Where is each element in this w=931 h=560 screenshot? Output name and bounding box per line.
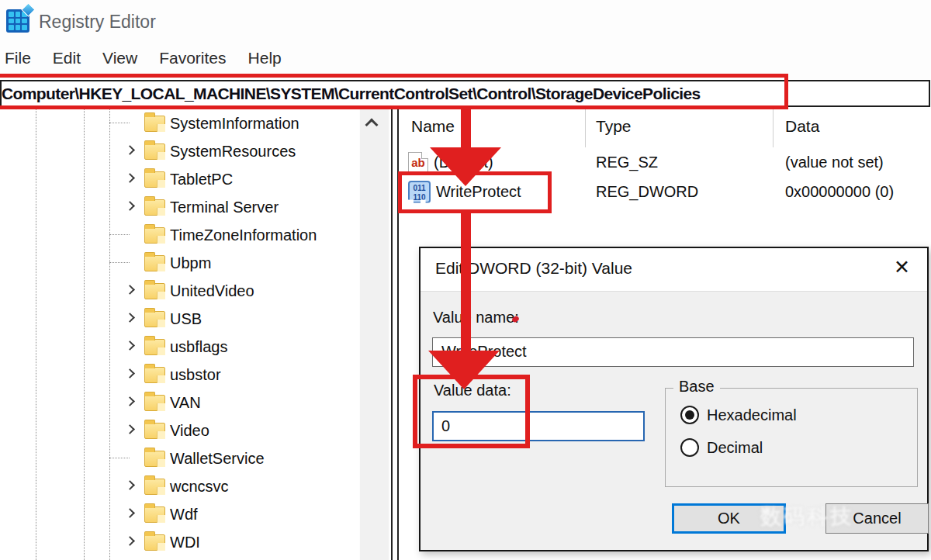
tree-item-wcncsvc[interactable]: wcncsvc	[0, 472, 359, 500]
tree-item-label: SystemInformation	[170, 115, 299, 133]
folder-icon	[144, 534, 165, 551]
tree-connector	[123, 114, 141, 133]
tree-connector	[123, 449, 141, 468]
tree-item-usbflags[interactable]: usbflags	[0, 333, 359, 361]
tree-item-label: usbflags	[170, 338, 228, 356]
column-header-name[interactable]: Name	[400, 109, 586, 147]
tree-item-usb[interactable]: USB	[0, 305, 359, 333]
column-header-data[interactable]: Data	[774, 109, 929, 147]
folder-icon	[144, 227, 165, 244]
pane-divider	[391, 109, 393, 560]
folder-icon	[144, 339, 165, 355]
value-row-writeprotect[interactable]: 011110 WriteProtect REG_DWORD 0x00000000…	[400, 177, 931, 206]
menu-edit[interactable]: Edit	[42, 45, 92, 74]
chevron-right-icon[interactable]	[123, 142, 141, 161]
tree-item-usbstor[interactable]: usbstor	[0, 361, 359, 389]
chevron-right-icon[interactable]	[123, 421, 141, 440]
tree-indent-guide	[36, 109, 36, 560]
chevron-right-icon[interactable]	[123, 393, 141, 412]
chevron-right-icon[interactable]	[123, 309, 141, 328]
folder-icon	[144, 199, 165, 216]
column-header-type[interactable]: Type	[586, 109, 774, 147]
folder-icon	[144, 255, 165, 271]
menu-file[interactable]: File	[0, 45, 42, 74]
folder-icon	[144, 395, 165, 411]
tree-item-label: TimeZoneInformation	[170, 226, 317, 244]
tree-item-label: usbstor	[170, 366, 221, 384]
tree-item-label: USB	[170, 310, 202, 328]
close-icon[interactable]: ✕	[894, 256, 910, 278]
menu-help[interactable]: Help	[237, 45, 292, 74]
dialog-title: Edit DWORD (32-bit) Value	[435, 259, 632, 278]
list-header: Name Type Data	[400, 109, 931, 147]
tree-item-ubpm[interactable]: Ubpm	[0, 249, 359, 277]
title-bar: Registry Editor	[0, 0, 931, 45]
watermark: 数码科技	[760, 503, 927, 531]
value-type: REG_SZ	[586, 154, 774, 171]
tree-item-wdi[interactable]: WDI	[0, 528, 359, 556]
tree-item-wdf[interactable]: Wdf	[0, 500, 359, 528]
tree-item-label: SystemResources	[170, 143, 296, 161]
window-title: Registry Editor	[39, 12, 156, 33]
menu-favorites[interactable]: Favorites	[148, 45, 237, 74]
radio-decimal[interactable]: Decimal	[680, 438, 763, 457]
chevron-right-icon[interactable]	[123, 477, 141, 496]
folder-icon	[144, 479, 165, 495]
value-name: (Default)	[434, 154, 493, 171]
tree-item-systeminformation[interactable]: SystemInformation	[0, 109, 359, 137]
tree-item-label: UnitedVideo	[170, 282, 254, 300]
chevron-up-icon[interactable]	[365, 119, 379, 132]
tree-indent-guide	[109, 109, 110, 560]
chevron-right-icon[interactable]	[123, 198, 141, 216]
chevron-right-icon[interactable]	[123, 533, 141, 551]
dword-value-icon: 011110	[408, 181, 431, 203]
menu-view[interactable]: View	[92, 45, 148, 74]
radio-selected-icon[interactable]	[680, 406, 699, 424]
tree-item-label: Wdf	[170, 506, 198, 524]
tree-item-tabletpc[interactable]: TabletPC	[0, 165, 359, 193]
chevron-right-icon[interactable]	[123, 505, 141, 524]
chevron-right-icon[interactable]	[123, 337, 141, 356]
chevron-right-icon[interactable]	[123, 170, 141, 188]
value-data-input[interactable]: 0	[432, 411, 645, 441]
radio-unselected-icon[interactable]	[680, 438, 699, 457]
registry-tree-pane[interactable]: SystemInformation SystemResources Tablet…	[0, 109, 359, 560]
radio-hexadecimal[interactable]: Hexadecimal	[680, 406, 797, 424]
tree-item-walletservice[interactable]: WalletService	[0, 444, 359, 472]
value-row-default[interactable]: ab (Default) REG_SZ (value not set)	[400, 147, 931, 177]
value-name-label: Value name:	[433, 309, 519, 327]
value-data-label: Value data:	[434, 382, 511, 399]
folder-icon	[144, 311, 165, 327]
value-type: REG_DWORD	[586, 183, 774, 201]
registry-editor-window: Registry Editor File Edit View Favorites…	[0, 0, 931, 560]
tree-item-terminal-server[interactable]: Terminal Server	[0, 193, 359, 221]
tree-item-label: Video	[170, 422, 209, 440]
folder-icon	[144, 367, 165, 383]
registry-editor-app-icon	[6, 9, 29, 33]
value-name-input[interactable]: WriteProtect	[432, 337, 914, 367]
tree-item-video[interactable]: Video	[0, 417, 359, 444]
tree-item-systemresources[interactable]: SystemResources	[0, 137, 359, 165]
folder-icon	[144, 451, 165, 467]
folder-icon	[144, 116, 165, 132]
folder-icon	[144, 143, 165, 160]
tree-item-label: Ubpm	[170, 254, 211, 272]
tree-item-label: Terminal Server	[170, 199, 279, 216]
tree-item-label: WalletService	[170, 450, 265, 468]
string-value-icon: ab	[408, 152, 428, 173]
chevron-right-icon[interactable]	[123, 365, 141, 384]
tree-item-label: WDI	[170, 534, 200, 551]
tree-scrollbar[interactable]	[360, 109, 389, 560]
chevron-right-icon[interactable]	[123, 282, 141, 300]
tree-indent-guide	[84, 109, 85, 560]
tree-item-timezoneinformation[interactable]: TimeZoneInformation	[0, 221, 359, 249]
dialog-title-bar: Edit DWORD (32-bit) Value ✕	[421, 248, 927, 292]
tree-item-unitedvideo[interactable]: UnitedVideo	[0, 277, 359, 305]
tree-connector	[123, 226, 141, 244]
folder-icon	[144, 506, 165, 523]
value-data: 0x00000000 (0)	[774, 183, 929, 201]
folder-icon	[144, 171, 165, 188]
menu-bar: File Edit View Favorites Help	[0, 45, 931, 74]
tree-item-van[interactable]: VAN	[0, 389, 359, 417]
folder-icon	[144, 283, 165, 299]
